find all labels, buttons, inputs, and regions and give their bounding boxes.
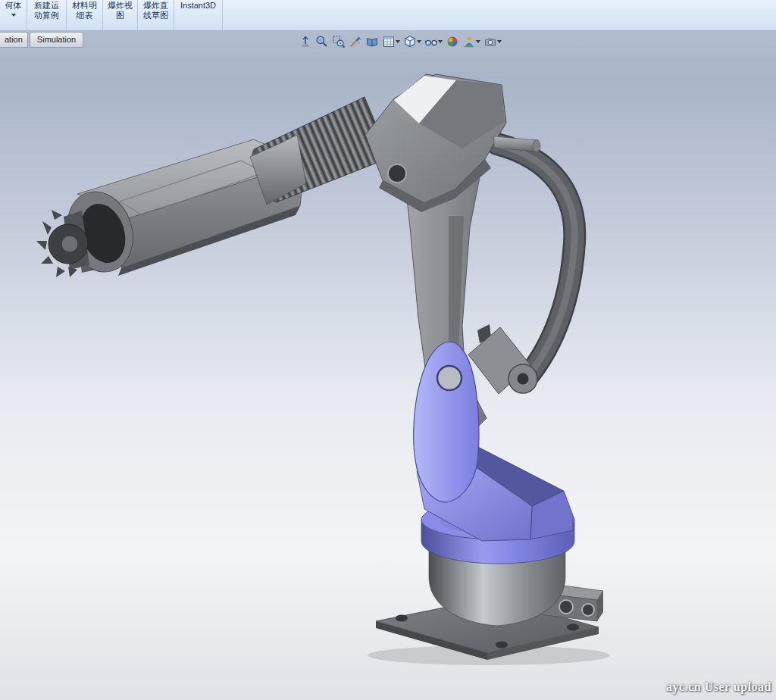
ribbon-button-label: 爆炸视图 bbox=[108, 1, 133, 20]
ribbon-spacer bbox=[223, 0, 776, 30]
robot-arm-model[interactable] bbox=[0, 31, 776, 700]
ribbon-button-explode-line-sketch[interactable]: 爆炸直线草图 bbox=[138, 0, 174, 30]
ribbon-button-solid-body[interactable]: 何体 bbox=[0, 0, 27, 30]
graphics-viewport[interactable]: ation Simulation bbox=[0, 31, 776, 700]
command-manager-ribbon: 何体 新建运动算例 材料明细表 爆炸视图 爆炸直线草图 Instant3D bbox=[0, 0, 776, 31]
ribbon-button-instant3d[interactable]: Instant3D bbox=[174, 0, 223, 30]
watermark-text: ayc.cn User upload bbox=[666, 680, 771, 694]
ribbon-button-label: 爆炸直线草图 bbox=[143, 1, 169, 20]
ribbon-button-label: 材料明细表 bbox=[72, 1, 98, 20]
ribbon-button-exploded-view[interactable]: 爆炸视图 bbox=[103, 0, 138, 30]
ribbon-button-bill-of-materials[interactable]: 材料明细表 bbox=[67, 0, 103, 30]
ribbon-button-label: 新建运动算例 bbox=[34, 1, 60, 20]
wrist-hole bbox=[388, 164, 406, 183]
rear-linkage[interactable] bbox=[468, 144, 574, 394]
ribbon-button-new-motion-study[interactable]: 新建运动算例 bbox=[27, 0, 67, 30]
ribbon-button-label: 何体 bbox=[1, 1, 27, 11]
ribbon-button-label: Instant3D bbox=[177, 1, 221, 11]
wrist-joint-housing[interactable] bbox=[365, 74, 506, 212]
shoulder-hole bbox=[437, 366, 462, 390]
dropdown-arrow-icon[interactable] bbox=[11, 14, 16, 17]
